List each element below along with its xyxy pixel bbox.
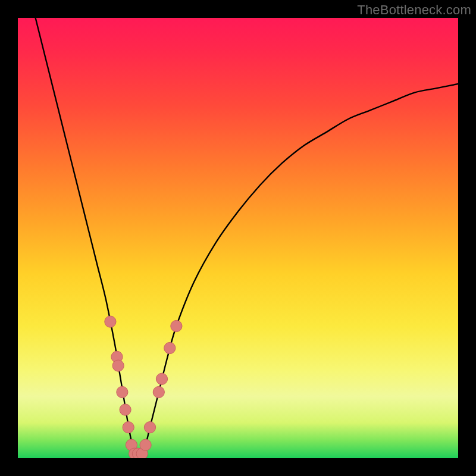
curve-marker	[112, 360, 124, 371]
curve-marker	[144, 422, 155, 433]
curve-marker	[120, 404, 131, 415]
curve-marker	[140, 439, 151, 450]
watermark-text: TheBottleneck.com	[357, 2, 471, 18]
curve-marker	[171, 320, 182, 331]
chart-overlay	[18, 18, 458, 458]
curve-markers	[105, 316, 182, 458]
chart-stage: TheBottleneck.com	[0, 0, 476, 476]
curve-marker	[164, 342, 176, 353]
curve-marker	[153, 386, 164, 397]
bottleneck-curve	[36, 18, 458, 455]
curve-marker	[117, 386, 128, 397]
plot-area	[18, 18, 458, 458]
curve-marker	[105, 316, 116, 327]
curve-marker	[156, 373, 167, 384]
curve-marker	[123, 422, 134, 433]
